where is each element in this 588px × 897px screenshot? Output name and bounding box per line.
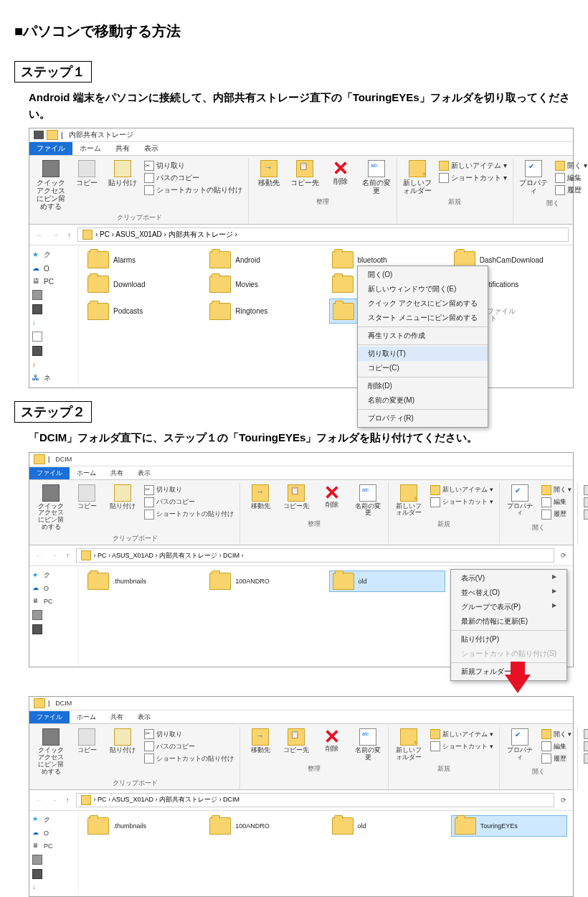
context-menu-item[interactable]: スタート メニューにピン留めする (358, 311, 488, 325)
rename-button[interactable]: 名前の変更 (351, 727, 385, 763)
context-menu-item[interactable]: 開く(O) (358, 268, 488, 282)
edit-button[interactable]: 編集 (540, 497, 574, 508)
open-button[interactable]: 開く ▾ (540, 728, 574, 740)
delete-button[interactable]: 削除 (323, 159, 358, 187)
context-menu-item[interactable]: グループで表示(P) (451, 600, 566, 614)
folder-item[interactable]: Movies (207, 274, 323, 294)
delete-button[interactable]: 削除 (315, 727, 349, 754)
nav-back-icon[interactable]: ← (34, 552, 44, 559)
sidebar-item-pc[interactable]: 🖥PC (32, 842, 75, 850)
new-shortcut-button[interactable]: ショートカット ▾ (437, 172, 508, 184)
sidebar-item-quickaccess[interactable]: ★ク (32, 570, 75, 580)
context-menu-item[interactable]: プロパティ(R) (358, 411, 488, 426)
refresh-icon[interactable]: ⟳ (559, 552, 569, 559)
invert-selection-button[interactable]: 選択の切り替え (582, 509, 588, 520)
nav-back-icon[interactable]: ← (34, 231, 45, 239)
sidebar-item-quickaccess[interactable]: ★ク (32, 815, 75, 825)
nav-up-icon[interactable]: ↑ (64, 797, 72, 804)
folder-item[interactable]: 100ANDRO (207, 570, 323, 592)
folder-item[interactable]: old (329, 570, 445, 592)
select-all-button[interactable]: すべて選択 (582, 484, 588, 496)
context-menu-item[interactable]: クイック アクセスにピン留めする (358, 296, 488, 311)
tab-home[interactable]: ホーム (70, 467, 103, 479)
new-item-button[interactable]: 新しいアイテム ▾ (429, 484, 495, 496)
tab-share[interactable]: 共有 (108, 142, 137, 155)
sidebar-item-downloads[interactable]: ↓ (32, 883, 75, 892)
tab-share[interactable]: 共有 (103, 467, 131, 479)
folder-item[interactable]: Download (85, 274, 201, 294)
folder-item[interactable]: Android (207, 250, 323, 270)
copy-to-button[interactable]: コピー先 (288, 159, 322, 188)
folder-item[interactable]: Podcasts (85, 299, 201, 324)
context-menu-item[interactable]: 最新の情報に更新(E) (451, 614, 566, 629)
nav-up-icon[interactable]: ↑ (65, 231, 73, 239)
tab-view[interactable]: 表示 (137, 142, 166, 155)
sidebar-item-device2[interactable] (32, 304, 75, 314)
new-folder-button[interactable]: 新しいフォルダー (400, 159, 435, 196)
breadcrumb[interactable]: › PC › ASUS_X01AD › 内部共有ストレージ › DCIM (76, 793, 555, 807)
context-menu-item[interactable]: 切り取り(T) (358, 347, 488, 361)
tab-file[interactable]: ファイル (29, 142, 72, 155)
paste-button[interactable]: 貼り付け (105, 159, 140, 188)
edit-button[interactable]: 編集 (554, 172, 588, 184)
new-folder-button[interactable]: 新しいフォルダー (392, 483, 426, 519)
tab-file[interactable]: ファイル (29, 711, 70, 723)
folder-item[interactable]: .thumbnails (85, 570, 201, 592)
rename-button[interactable]: 名前の変更 (359, 159, 394, 196)
breadcrumb[interactable]: › PC › ASUS_X01AD › 内部共有ストレージ › (77, 227, 569, 242)
nav-up-icon[interactable]: ↑ (64, 552, 72, 559)
sidebar-item-device2[interactable] (32, 624, 75, 634)
move-to-button[interactable]: 移動先 (243, 727, 278, 756)
new-folder-button[interactable]: 新しいフォルダー (392, 727, 426, 763)
cut-button[interactable]: 切り取り (143, 484, 235, 496)
sidebar-item-pictures[interactable] (32, 346, 75, 356)
edit-button[interactable]: 編集 (540, 741, 574, 752)
rename-button[interactable]: 名前の変更 (351, 483, 385, 519)
context-menu-item[interactable]: 再生リストの作成 (358, 329, 488, 343)
copy-path-button[interactable]: パスのコピー (143, 172, 244, 184)
select-all-button[interactable]: すべて選択 (582, 728, 588, 740)
sidebar-item-onedrive[interactable]: ☁O (32, 829, 75, 837)
sidebar-item-onedrive[interactable]: ☁O (32, 264, 75, 273)
new-item-button[interactable]: 新しいアイテム ▾ (429, 728, 495, 740)
nav-back-icon[interactable]: ← (34, 797, 44, 804)
properties-button[interactable]: プロパティ (503, 483, 537, 519)
select-none-button[interactable]: 選択解除 (582, 497, 588, 508)
sidebar-item-device[interactable] (32, 610, 75, 620)
tab-home[interactable]: ホーム (70, 711, 103, 723)
sidebar-item-pc[interactable]: 🖥PC (32, 597, 75, 606)
folder-item[interactable]: Alarms (85, 250, 201, 270)
sidebar-item-device2[interactable] (32, 869, 75, 879)
context-menu-item[interactable]: 表示(V) (451, 571, 566, 586)
folder-item[interactable]: TouringEYEs (451, 815, 567, 837)
sidebar-item-music[interactable]: ♪ (32, 360, 75, 369)
context-menu-item[interactable]: 貼り付け(P) (451, 632, 566, 647)
content-area[interactable]: AlarmsAndroidbluetoothDashCamDownloadDow… (79, 245, 573, 388)
folder-item[interactable]: Ringtones (207, 299, 323, 324)
paste-shortcut-button[interactable]: ショートカットの貼り付け (143, 509, 235, 520)
nav-forward-icon[interactable]: → (49, 797, 60, 804)
copy-button[interactable]: コピー (70, 483, 104, 512)
breadcrumb[interactable]: › PC › ASUS_X01AD › 内部共有ストレージ › DCIM › (76, 548, 555, 563)
context-menu-item[interactable]: 削除(D) (358, 379, 488, 393)
context-menu-item[interactable]: 名前の変更(M) (358, 393, 488, 408)
paste-button[interactable]: 貼り付け (105, 727, 140, 756)
properties-button[interactable]: プロパティ (516, 159, 551, 196)
delete-button[interactable]: 削除 (315, 483, 349, 510)
tab-share[interactable]: 共有 (103, 711, 131, 723)
sidebar-item-network[interactable]: 🖧ネ (32, 373, 75, 383)
sidebar-item-pc[interactable]: 🖥PC (32, 277, 75, 286)
select-none-button[interactable]: 選択解除 (582, 741, 588, 752)
sidebar-item-device[interactable] (32, 290, 75, 300)
context-menu-item[interactable]: 並べ替え(O) (451, 586, 566, 600)
folder-item[interactable]: .thumbnails (85, 815, 201, 837)
pin-quickaccess-button[interactable]: クイック アクセスにピン留めする (34, 727, 68, 777)
sidebar-item-downloads[interactable]: ↓ (32, 319, 75, 327)
new-item-button[interactable]: 新しいアイテム ▾ (437, 160, 508, 172)
copy-to-button[interactable]: コピー先 (279, 727, 313, 756)
refresh-icon[interactable]: ⟳ (559, 797, 569, 804)
folder-item[interactable]: 100ANDRO (207, 815, 323, 837)
cut-button[interactable]: 切り取り (143, 728, 235, 740)
paste-shortcut-button[interactable]: ショートカットの貼り付け (143, 184, 244, 196)
sidebar-item-quickaccess[interactable]: ★ク (32, 250, 75, 260)
